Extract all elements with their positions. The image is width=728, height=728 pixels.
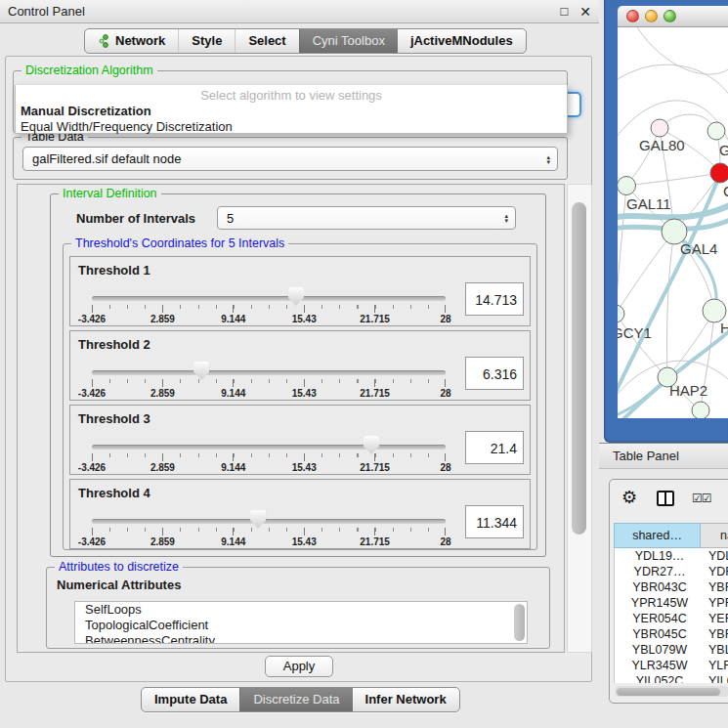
tab-infer-network[interactable]: Infer Network xyxy=(353,688,459,711)
slider-track[interactable] xyxy=(92,445,446,450)
settings-vertical-scrollbar[interactable] xyxy=(567,184,592,653)
tick-label: 2.859 xyxy=(150,388,175,399)
table-data-combo[interactable]: galFiltered.sif default node ▴▾ xyxy=(22,147,558,171)
threshold-3-slider[interactable]: -3.426 2.859 9.144 15.43 21.715 28 xyxy=(92,406,446,476)
slider-major-ticks xyxy=(92,528,446,535)
tab-cyni-toolbox[interactable]: Cyni Toolbox xyxy=(299,29,398,53)
tab-style[interactable]: Style xyxy=(178,29,235,53)
list-scrollbar[interactable] xyxy=(514,604,525,641)
table-row[interactable]: YER054CYER0 xyxy=(615,611,728,626)
tab-infer-network-label: Infer Network xyxy=(365,692,447,707)
table-row[interactable]: YDL19…YDL1 xyxy=(615,548,728,564)
interval-definition-title: Interval Definition xyxy=(59,187,161,200)
minimize-traffic-light[interactable] xyxy=(645,10,658,22)
cell: YBR0 xyxy=(705,579,728,595)
table-panel-titlebar: Table Panel xyxy=(599,443,728,469)
node-label: GCY1 xyxy=(618,324,652,341)
close-traffic-light[interactable] xyxy=(626,10,639,22)
cell: YIL0 xyxy=(705,673,728,683)
slider-tick-labels: -3.426 2.859 9.144 15.43 21.715 28 xyxy=(92,314,446,325)
tab-discretize-data-label: Discretize Data xyxy=(253,692,339,707)
cell: YER0 xyxy=(705,611,728,626)
tick-label: 28 xyxy=(440,462,450,473)
attributes-group: Attributes to discretize Numerical Attri… xyxy=(46,567,550,649)
threshold-1-slider[interactable]: -3.426 2.859 9.144 15.43 21.715 28 xyxy=(92,257,446,327)
threshold-2-slider[interactable]: -3.426 2.859 9.144 15.43 21.715 28 xyxy=(92,331,446,402)
threshold-3-panel: Threshold 3 -3.426 2.859 9.144 15.43 xyxy=(69,405,531,475)
number-of-intervals-combo[interactable]: 5 ▴▾ xyxy=(217,206,516,230)
node-gcy1[interactable] xyxy=(618,305,624,322)
network-canvas[interactable]: GAL80 GA C GAL11 GAL4 GCY1 H HAP2 xyxy=(618,27,728,418)
combo-stepper-icon: ▴▾ xyxy=(504,213,508,223)
slider-thumb[interactable] xyxy=(364,436,379,454)
zoom-traffic-light[interactable] xyxy=(664,10,676,22)
table-row[interactable]: YBR043CYBR0 xyxy=(615,579,728,595)
slider-major-ticks xyxy=(92,453,446,461)
threshold-4-slider[interactable]: -3.426 2.859 9.144 15.43 21.715 28 xyxy=(92,480,446,550)
cell: YDR2 xyxy=(705,564,728,579)
tick-label: -3.426 xyxy=(78,314,106,324)
list-item[interactable]: TopologicalCoefficient xyxy=(75,618,527,633)
cell: YIL052C xyxy=(615,673,705,683)
right-pane: GAL80 GA C GAL11 GAL4 GCY1 H HAP2 Table … xyxy=(599,0,728,728)
slider-thumb[interactable] xyxy=(250,510,266,529)
cell: YDL1 xyxy=(705,548,728,564)
tick-label: 21.715 xyxy=(360,536,390,547)
combo-stepper-icon: ▴▾ xyxy=(546,154,550,164)
slider-thumb[interactable] xyxy=(193,362,209,380)
tab-impute-data[interactable]: Impute Data xyxy=(142,688,239,711)
list-item[interactable]: BetweennessCentrality xyxy=(75,633,527,644)
numerical-attributes-list: SelfLoops TopologicalCoefficient Between… xyxy=(74,601,528,644)
tick-label: 2.859 xyxy=(150,314,175,324)
table-row[interactable]: YLR345WYLR3 xyxy=(615,658,728,673)
slider-track[interactable] xyxy=(92,519,446,524)
column-header-name[interactable]: na xyxy=(701,523,728,548)
column-header-shared-name[interactable]: shared… xyxy=(614,523,701,548)
slider-tick-labels: -3.426 2.859 9.144 15.43 21.715 28 xyxy=(92,388,446,400)
node-bottom-partial[interactable] xyxy=(692,402,709,418)
node-top-right[interactable] xyxy=(707,122,725,140)
scrollbar-thumb[interactable] xyxy=(617,688,720,696)
numerical-attributes-label: Numerical Attributes xyxy=(57,578,181,592)
table-horizontal-scrollbar[interactable] xyxy=(615,686,728,697)
tick-label: 9.144 xyxy=(221,536,245,547)
interval-definition-group: Interval Definition Number of Intervals … xyxy=(50,193,546,557)
control-panel: Control Panel □ ✕ Network Style Select C… xyxy=(0,0,599,728)
cell: YDL19… xyxy=(615,548,705,564)
table-row[interactable]: YBR045CYBR0 xyxy=(615,626,728,642)
apply-button[interactable]: Apply xyxy=(265,656,333,677)
tick-label: 2.859 xyxy=(150,536,175,547)
tick-label: -3.426 xyxy=(78,536,106,547)
node-label: HAP2 xyxy=(669,382,707,399)
float-window-icon[interactable]: □ xyxy=(560,4,568,19)
cell: YLR3 xyxy=(705,658,728,673)
tab-network[interactable]: Network xyxy=(85,29,178,53)
slider-track[interactable] xyxy=(92,296,446,301)
node-selected-red[interactable] xyxy=(710,163,728,183)
columns-icon[interactable] xyxy=(657,491,674,506)
node-gal80[interactable] xyxy=(651,119,668,137)
tab-jactivemnodules[interactable]: jActiveMNodules xyxy=(398,29,526,53)
table-row[interactable]: YIL052CYIL0 xyxy=(615,673,728,683)
table-row[interactable]: YBL079WYBL0 xyxy=(615,642,728,658)
tick-label: 28 xyxy=(440,536,450,547)
table-row[interactable]: YPR145WYPR1 xyxy=(615,595,728,611)
node-label: GAL4 xyxy=(680,240,717,257)
threshold-2-value-field[interactable]: 6.316 xyxy=(465,357,524,390)
threshold-3-value-field[interactable]: 21.4 xyxy=(465,431,524,464)
threshold-1-value-field[interactable]: 14.713 xyxy=(465,282,524,316)
threshold-4-value-field[interactable]: 11.344 xyxy=(465,505,524,538)
scrollbar-thumb[interactable] xyxy=(572,202,586,535)
algorithm-option-equal-width[interactable]: Equal Width/Frequency Discretization xyxy=(21,119,233,134)
node-gal11[interactable] xyxy=(618,177,636,195)
close-icon[interactable]: ✕ xyxy=(579,4,591,20)
tab-discretize-data[interactable]: Discretize Data xyxy=(239,688,352,711)
slider-thumb[interactable] xyxy=(288,287,304,306)
gear-icon[interactable]: ⚙ xyxy=(621,487,637,508)
select-all-checkboxes-icon[interactable]: ☑☑ xyxy=(692,492,711,505)
table-row[interactable]: YDR27…YDR2 xyxy=(615,564,728,579)
slider-track[interactable] xyxy=(92,370,446,375)
tab-select[interactable]: Select xyxy=(235,29,298,53)
list-item[interactable]: SelfLoops xyxy=(75,602,527,618)
algorithm-option-manual[interactable]: Manual Discretization xyxy=(21,104,151,118)
